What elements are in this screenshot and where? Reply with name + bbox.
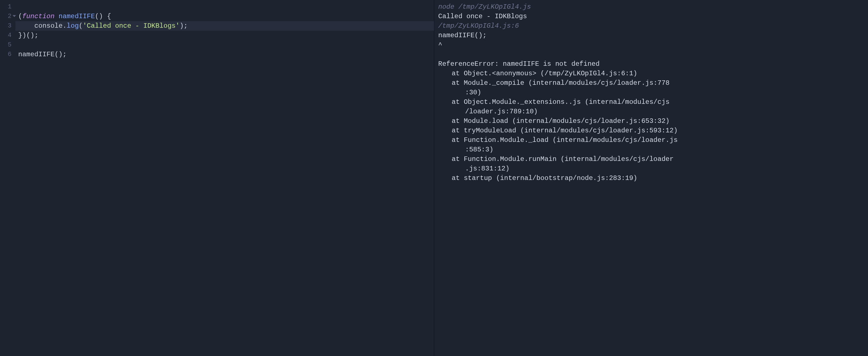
split-container: 123456 (function namedIIFE() { console.l… xyxy=(0,0,868,356)
code-token: ) xyxy=(180,22,184,30)
console-line: at Module.load (internal/modules/cjs/loa… xyxy=(438,116,864,126)
line-number-gutter: 123456 xyxy=(0,0,16,356)
console-line: at Object.<anonymous> (/tmp/ZyLKOpIGl4.j… xyxy=(438,69,864,78)
code-token: log xyxy=(67,22,79,30)
console-line: node /tmp/ZyLKOpIGl4.js xyxy=(438,2,864,12)
code-line[interactable]: })(); xyxy=(18,31,434,40)
code-line[interactable] xyxy=(18,40,434,50)
code-token: namedIIFE xyxy=(59,12,95,20)
code-token: 'Called once - IDKBlogs' xyxy=(83,22,180,30)
code-area[interactable]: (function namedIIFE() { console.log('Cal… xyxy=(16,0,434,356)
code-token xyxy=(55,12,59,20)
code-token: . xyxy=(62,22,66,30)
code-line[interactable]: namedIIFE(); xyxy=(18,50,434,59)
line-number: 1 xyxy=(0,2,16,12)
console-line xyxy=(438,50,864,59)
console-line: /loader.js:789:10) xyxy=(438,107,864,116)
line-number: 2 xyxy=(0,12,16,21)
fold-icon[interactable] xyxy=(12,15,16,17)
code-token: () xyxy=(95,12,103,20)
code-token: ; xyxy=(184,22,188,30)
line-number: 4 xyxy=(0,31,16,40)
code-token: ( xyxy=(79,22,83,30)
code-token xyxy=(103,12,107,20)
code-token: () xyxy=(55,51,63,58)
console-line: at Function.Module.runMain (internal/mod… xyxy=(438,154,864,164)
console-line: at Object.Module._extensions..js (intern… xyxy=(438,97,864,107)
console-line: /tmp/ZyLKOpIGl4.js:6 xyxy=(438,21,864,31)
code-token: ) xyxy=(22,32,26,39)
code-line[interactable]: console.log('Called once - IDKBlogs'); xyxy=(16,21,434,31)
code-line[interactable] xyxy=(18,2,434,12)
console-line: at startup (internal/bootstrap/node.js:2… xyxy=(438,174,864,183)
console-line: namedIIFE(); xyxy=(438,31,864,40)
code-token: () xyxy=(26,32,34,39)
console-line: Called once - IDKBlogs xyxy=(438,12,864,21)
code-token: console xyxy=(34,22,63,30)
code-token: ; xyxy=(62,51,66,58)
code-token: { xyxy=(107,12,111,20)
console-line: at Module._compile (internal/modules/cjs… xyxy=(438,78,864,88)
line-number: 3 xyxy=(0,21,16,31)
console-line: .js:831:12) xyxy=(438,164,864,174)
output-console-pane[interactable]: node /tmp/ZyLKOpIGl4.jsCalled once - IDK… xyxy=(434,0,868,356)
console-line: :30) xyxy=(438,88,864,97)
code-token: ( xyxy=(18,12,22,20)
code-token: ; xyxy=(34,32,38,39)
console-line: ReferenceError: namedIIFE is not defined xyxy=(438,59,864,69)
line-number: 6 xyxy=(0,50,16,59)
console-line: at tryModuleLoad (internal/modules/cjs/l… xyxy=(438,126,864,136)
code-token: function xyxy=(22,12,54,20)
line-number: 5 xyxy=(0,40,16,50)
code-token: } xyxy=(18,32,22,39)
console-line: :585:3) xyxy=(438,145,864,154)
console-line: ^ xyxy=(438,40,864,50)
code-token xyxy=(18,22,34,30)
code-line[interactable]: (function namedIIFE() { xyxy=(18,12,434,21)
editor-pane[interactable]: 123456 (function namedIIFE() { console.l… xyxy=(0,0,434,356)
code-token: namedIIFE xyxy=(18,51,55,58)
console-line: at Function.Module._load (internal/modul… xyxy=(438,136,864,145)
